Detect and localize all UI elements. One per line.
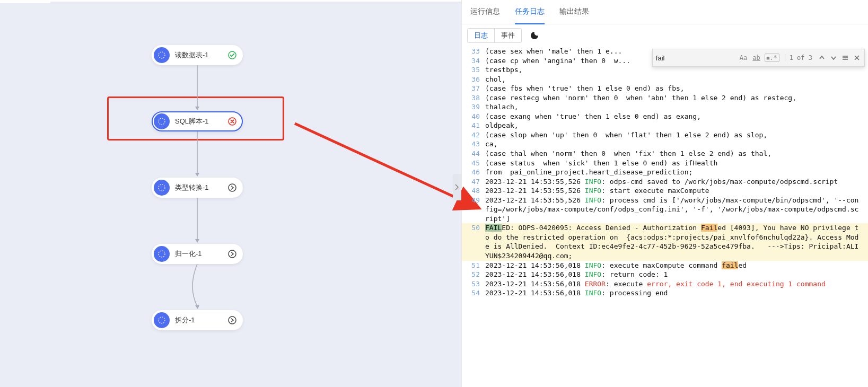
line-number: 39 (462, 102, 485, 112)
error-icon (227, 116, 238, 127)
more-icon[interactable] (227, 249, 238, 259)
svg-point-9 (229, 316, 236, 324)
tab-runinfo[interactable]: 运行信息 (470, 0, 500, 24)
success-icon (227, 50, 238, 60)
node-icon (154, 47, 170, 63)
log-text: thalach, (485, 102, 868, 112)
line-number: 34 (462, 56, 485, 66)
workflow-canvas[interactable]: 读数据表-1 SQL脚本-1 类型转换-1 归一化-1 (0, 0, 461, 387)
log-text: 2023-12-21 14:53:56,018 INFO: execute ma… (485, 261, 868, 270)
log-text: (case thal when 'norm' then 0 when 'fix'… (485, 149, 868, 159)
search-input[interactable] (656, 54, 735, 62)
line-number: 41 (462, 121, 485, 130)
panel-collapse-handle[interactable] (453, 174, 461, 200)
log-line: 492023-12-21 14:53:55,526 INFO: process … (462, 196, 868, 224)
next-match-icon[interactable] (829, 55, 838, 61)
node-icon (154, 180, 170, 196)
svg-point-8 (159, 317, 165, 323)
node-icon (154, 113, 170, 129)
log-line: 36chol, (462, 75, 868, 84)
line-number: 38 (462, 93, 485, 103)
more-icon[interactable] (227, 315, 238, 326)
dark-mode-toggle[interactable] (527, 28, 542, 43)
log-line: 46from pai_online_project.heart_disease_… (462, 168, 868, 177)
log-text: (case slop when 'up' then 0 when 'flat' … (485, 130, 868, 140)
log-line: 39thalach, (462, 102, 868, 112)
regex-icon[interactable]: ■.* (765, 54, 779, 62)
log-line: 472023-12-21 14:53:55,526 INFO: odps-cmd… (462, 177, 868, 187)
prev-match-icon[interactable] (818, 55, 826, 61)
line-number: 52 (462, 270, 485, 279)
line-number: 37 (462, 84, 485, 93)
svg-point-5 (229, 184, 236, 191)
line-number: 50 (462, 223, 485, 260)
node-label: 拆分-1 (175, 315, 227, 325)
log-line: 44(case thal when 'norm' then 0 when 'fi… (462, 149, 868, 159)
log-text: 2023-12-21 14:53:56,018 INFO: processing… (485, 288, 868, 298)
log-line: 522023-12-21 14:53:56,018 INFO: return c… (462, 270, 868, 279)
log-text: (case fbs when 'true' then 1 else 0 end)… (485, 84, 868, 93)
line-number: 46 (462, 168, 485, 177)
log-text: 2023-12-21 14:53:55,526 INFO: start exec… (485, 186, 868, 196)
log-text: oldpeak, (485, 121, 868, 130)
line-number: 53 (462, 279, 485, 289)
line-number: 42 (462, 130, 485, 140)
log-line: 41oldpeak, (462, 121, 868, 130)
tab-output[interactable]: 输出结果 (559, 0, 589, 24)
node-label: 读数据表-1 (175, 50, 227, 60)
tab-bar: 运行信息 任务日志 输出结果 (462, 0, 868, 24)
line-number: 47 (462, 177, 485, 187)
node-icon (154, 246, 170, 262)
log-text: ca, (485, 139, 868, 149)
log-text: 2023-12-21 14:53:56,018 ERROR: execute e… (485, 279, 868, 289)
svg-line-10 (295, 124, 479, 208)
svg-point-4 (159, 184, 165, 191)
log-text: FAILED: ODPS-0420095: Access Denied - Au… (485, 223, 868, 260)
log-line: 40(case exang when 'true' then 1 else 0 … (462, 112, 868, 121)
log-line: 50FAILED: ODPS-0420095: Access Denied - … (462, 223, 868, 260)
log-viewer[interactable]: 33(case sex when 'male' then 1 e...34(ca… (462, 47, 868, 387)
line-number: 49 (462, 196, 485, 224)
line-number: 33 (462, 47, 485, 56)
log-line: 45(case status when 'sick' then 1 else 0… (462, 159, 868, 168)
log-line: 37(case fbs when 'true' then 1 else 0 en… (462, 84, 868, 93)
node-sql-script[interactable]: SQL脚本-1 (152, 111, 243, 131)
line-number: 51 (462, 261, 485, 270)
log-line: 42(case slop when 'up' then 0 when 'flat… (462, 130, 868, 140)
log-line: 38(case restecg when 'norm' then 0 when … (462, 93, 868, 103)
log-text: (case exang when 'true' then 1 else 0 en… (485, 112, 868, 121)
log-text: (case restecg when 'norm' then 0 when 'a… (485, 93, 868, 103)
log-text: 2023-12-21 14:53:56,018 INFO: return cod… (485, 270, 868, 279)
line-number: 44 (462, 149, 485, 159)
node-read-table[interactable]: 读数据表-1 (152, 45, 243, 65)
search-menu-icon[interactable] (841, 55, 849, 61)
log-text: from pai_online_project.heart_disease_pr… (485, 168, 868, 177)
log-line: 532023-12-21 14:53:56,018 ERROR: execute… (462, 279, 868, 289)
line-number: 45 (462, 159, 485, 168)
line-number: 54 (462, 288, 485, 298)
tab-tasklog[interactable]: 任务日志 (515, 0, 545, 24)
subtab-log[interactable]: 日志 (468, 29, 494, 42)
subtab-bar: 日志 事件 (462, 24, 868, 47)
node-label: SQL脚本-1 (175, 117, 227, 126)
log-line: 482023-12-21 14:53:55,526 INFO: start ex… (462, 186, 868, 196)
node-type-convert[interactable]: 类型转换-1 (152, 178, 243, 198)
line-number: 35 (462, 65, 485, 75)
svg-point-2 (159, 118, 165, 125)
node-label: 归一化-1 (175, 249, 227, 259)
node-split[interactable]: 拆分-1 (152, 310, 243, 330)
subtab-event[interactable]: 事件 (494, 29, 521, 42)
match-case-icon[interactable]: Aa (739, 54, 748, 61)
line-number: 48 (462, 186, 485, 196)
search-count: 1 of 3 (785, 54, 814, 61)
node-icon (154, 312, 170, 328)
more-icon[interactable] (227, 182, 238, 193)
edge (180, 264, 223, 311)
match-word-icon[interactable]: ab (751, 54, 761, 61)
log-text: 2023-12-21 14:53:55,526 INFO: process cm… (485, 196, 868, 224)
node-normalize[interactable]: 归一化-1 (152, 244, 243, 264)
log-text: 2023-12-21 14:53:55,526 INFO: odps-cmd s… (485, 177, 868, 187)
svg-point-7 (229, 250, 236, 258)
line-number: 43 (462, 139, 485, 149)
close-search-icon[interactable] (853, 55, 861, 61)
